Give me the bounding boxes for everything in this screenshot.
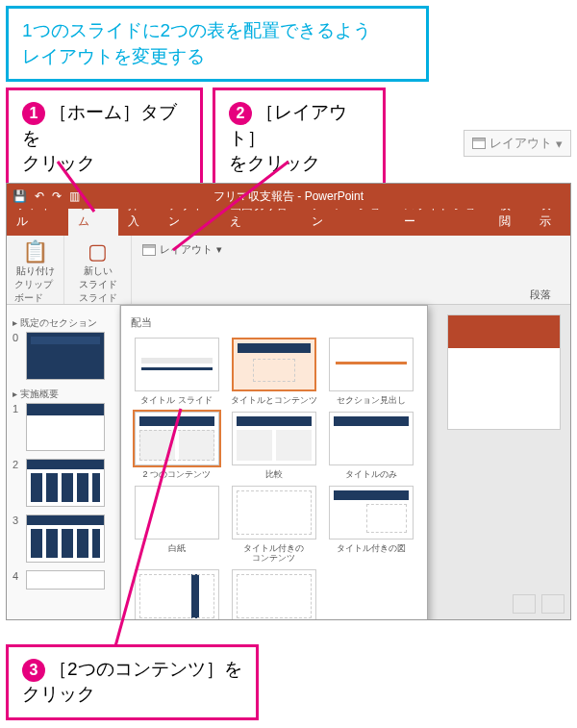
layout-preview <box>135 486 219 540</box>
layout-icon <box>142 244 156 256</box>
layout-icon <box>472 138 486 149</box>
layout-caption: タイトル スライド <box>131 395 222 406</box>
window-title: フリマ収支報告 - PowerPoint <box>213 188 364 205</box>
instruction-title: 1つのスライドに2つの表を配置できるよう レイアウトを変更する <box>6 6 429 82</box>
slide-thumb-2[interactable] <box>26 459 105 507</box>
layout-option[interactable]: セクション見出し <box>326 338 417 406</box>
layout-option[interactable]: タイトル付きの コンテンツ <box>228 486 319 565</box>
new-slide-icon[interactable]: ▢ <box>88 239 108 264</box>
insert-icons-disabled <box>513 594 564 614</box>
layout-caption: タイトルとコンテンツ <box>228 395 319 406</box>
layout-option[interactable]: 白紙 <box>131 486 222 565</box>
callout-2: 2［レイアウト］をクリック <box>213 88 386 189</box>
layout-preview <box>135 338 219 391</box>
layout-option[interactable]: 縦書きタイトルと 縦書きテキスト <box>228 569 319 620</box>
clipboard-group: 📋 貼り付け クリップボード <box>7 236 64 304</box>
layout-preview <box>135 569 219 620</box>
start-icon[interactable]: ▥ <box>69 189 80 203</box>
layout-caption: タイトルのみ <box>326 469 417 480</box>
layout-caption: 2 つのコンテンツ <box>131 469 222 480</box>
layout-caption: タイトル付きの図 <box>326 543 417 554</box>
gallery-section-title: 配当 <box>131 315 417 330</box>
ribbon: 📋 貼り付け クリップボード ▢ 新しい スライド スライド レイアウト ▾ 段… <box>7 236 570 305</box>
layout-preview <box>329 412 414 465</box>
layout-caption: タイトル付きの コンテンツ <box>228 543 319 565</box>
chevron-down-icon: ▾ <box>216 243 222 256</box>
slide-thumb-3[interactable] <box>26 515 105 563</box>
slide-thumb-1[interactable] <box>26 403 105 451</box>
layout-preview <box>329 486 414 540</box>
paste-icon[interactable]: 📋 <box>22 239 48 264</box>
layout-button-example: レイアウト ▾ <box>464 130 571 157</box>
title-line1: 1つのスライドに2つの表を配置できるよう <box>22 20 371 40</box>
chart-icon <box>541 594 564 614</box>
layout-option[interactable]: タイトル スライド <box>131 338 222 406</box>
title-bar: 💾 ↶ ↷ ▥ フリマ収支報告 - PowerPoint <box>7 184 570 209</box>
section-label[interactable]: ▸ 既定のセクション <box>13 316 113 330</box>
layout-preview <box>135 412 219 465</box>
callout-3-num: 3 <box>22 659 45 682</box>
layout-preview <box>232 412 316 465</box>
layout-preview <box>232 338 316 391</box>
quick-access-toolbar[interactable]: 💾 ↶ ↷ ▥ <box>13 189 80 203</box>
callout-1: 1［ホーム］タブをクリック <box>6 88 203 189</box>
title-line2: レイアウトを変更する <box>22 46 205 66</box>
redo-icon[interactable]: ↷ <box>52 189 62 203</box>
ribbon-tabs: ファイルホーム挿入デザイン画面切り替えアニメーションスライド ショー校閲表示 <box>7 209 570 236</box>
layout-button[interactable]: レイアウト ▾ <box>136 239 566 260</box>
slide-thumbnail-pane[interactable]: ▸ 既定のセクション 0 ▸ 実施概要 1 2 3 4 <box>7 305 120 619</box>
callout-2-num: 2 <box>229 102 252 125</box>
layout-option[interactable]: タイトルと 縦書きテキスト <box>131 569 222 620</box>
callout-3: 3［2つのコンテンツ］をクリック <box>6 644 259 720</box>
layout-option[interactable]: タイトルとコンテンツ <box>228 338 319 406</box>
slide-thumb-0[interactable] <box>26 332 105 380</box>
layout-gallery: 配当 タイトル スライドタイトルとコンテンツセクション見出し2 つのコンテンツ比… <box>120 305 428 620</box>
layout-option[interactable]: 2 つのコンテンツ <box>131 412 222 480</box>
slides-group: ▢ 新しい スライド スライド <box>64 236 132 304</box>
undo-icon[interactable]: ↶ <box>35 189 44 203</box>
slide-edit-area[interactable]: 配当 タイトル スライドタイトルとコンテンツセクション見出し2 つのコンテンツ比… <box>120 305 570 619</box>
section-label[interactable]: ▸ 実施概要 <box>13 388 113 401</box>
layout-caption: セクション見出し <box>326 395 417 406</box>
layout-preview <box>232 569 316 620</box>
layout-preview <box>232 486 316 540</box>
slide-thumb-4[interactable] <box>26 570 105 590</box>
current-slide[interactable] <box>447 314 561 430</box>
save-icon[interactable]: 💾 <box>13 189 27 203</box>
dropdown-icon: ▾ <box>556 137 563 151</box>
layout-option[interactable]: タイトル付きの図 <box>326 486 417 565</box>
callout-1-num: 1 <box>22 102 45 125</box>
layout-caption: 白紙 <box>131 543 222 554</box>
layout-option[interactable]: タイトルのみ <box>326 412 417 480</box>
powerpoint-window: 💾 ↶ ↷ ▥ フリマ収支報告 - PowerPoint ファイルホーム挿入デザ… <box>6 183 571 620</box>
layout-option[interactable]: 比較 <box>228 412 319 480</box>
layout-caption: 比較 <box>228 469 319 480</box>
layout-preview <box>329 338 414 391</box>
table-icon <box>513 594 536 614</box>
